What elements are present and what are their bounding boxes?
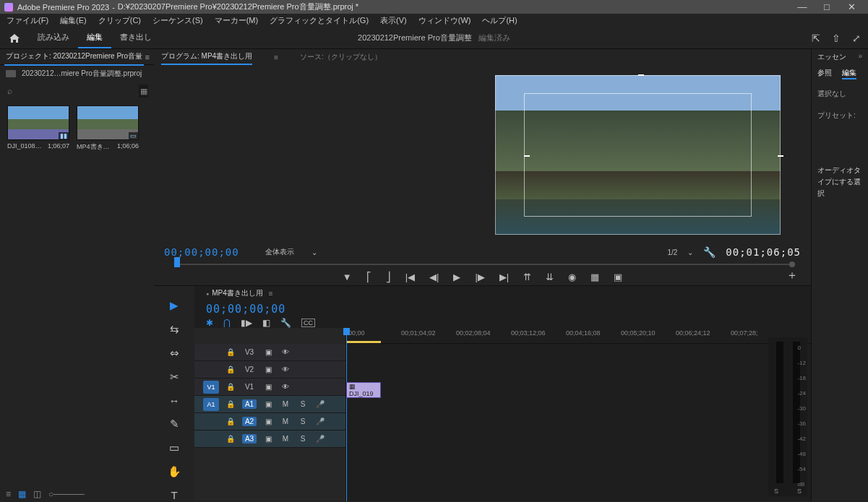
icon-view-icon[interactable]: ▦ <box>18 489 26 499</box>
slip-tool-icon[interactable]: ↔ <box>169 394 180 407</box>
sequence-settings-icon[interactable]: ◧ <box>262 318 270 328</box>
lock-icon[interactable]: 🔒 <box>225 365 236 373</box>
snap-icon[interactable]: ✱ <box>206 318 213 328</box>
captions-icon[interactable]: CC <box>301 319 315 327</box>
playback-resolution-select[interactable]: 1/2 <box>667 248 677 256</box>
menu-window[interactable]: ウィンドウ(W) <box>413 15 476 26</box>
list-view-icon[interactable]: ≡ <box>6 489 11 499</box>
menu-edit[interactable]: 編集(E) <box>55 15 92 26</box>
project-breadcrumb[interactable]: 20230212…miere Pro音量調整.prproj <box>22 69 142 79</box>
freeform-view-icon[interactable]: ◫ <box>33 489 41 499</box>
menu-sequence[interactable]: シーケンス(S) <box>147 15 208 26</box>
track-select-tool-icon[interactable]: ⇆ <box>170 323 179 336</box>
ripple-edit-tool-icon[interactable]: ⇔ <box>170 347 179 360</box>
fx-icon[interactable]: ▣ <box>262 365 274 373</box>
scrubber-end-marker[interactable] <box>789 261 795 267</box>
add-marker-icon[interactable]: ▼ <box>343 272 352 282</box>
chevron-down-icon[interactable]: ⌄ <box>311 248 317 256</box>
lock-icon[interactable]: 🔒 <box>225 417 236 425</box>
solo-right-button[interactable]: S <box>797 488 802 495</box>
timeline-timecode[interactable]: 00;00;00;00 <box>206 300 285 318</box>
fx-icon[interactable]: ▣ <box>262 348 274 356</box>
menu-graphics[interactable]: グラフィックとタイトル(G) <box>265 15 374 26</box>
mute-icon[interactable]: M <box>280 400 291 408</box>
pen-tool-icon[interactable]: ✎ <box>170 417 179 430</box>
go-to-out-icon[interactable]: ▶| <box>499 272 509 282</box>
menu-view[interactable]: 表示(V) <box>375 15 412 26</box>
mic-icon[interactable]: 🎤 <box>314 435 326 443</box>
zoom-level-select[interactable]: 全体表示 <box>265 247 294 257</box>
step-back-icon[interactable]: ◀| <box>429 272 439 282</box>
menu-clip[interactable]: クリップ(C) <box>93 15 146 26</box>
eye-icon[interactable]: 👁 <box>280 365 291 373</box>
zoom-slider[interactable]: ○───── <box>48 489 85 499</box>
workspace-export[interactable]: 書き出し <box>111 27 160 48</box>
selection-tool-icon[interactable]: ▶ <box>170 299 179 312</box>
program-monitor-tab[interactable]: プログラム: MP4書き出し用 <box>161 49 252 65</box>
share-icon[interactable]: ⇧ <box>832 33 841 44</box>
mark-in-icon[interactable]: ⎡ <box>366 272 371 282</box>
safe-margins-icon[interactable]: ▣ <box>614 272 622 282</box>
track-header-v1[interactable]: V1🔒V1▣👁 <box>194 378 345 396</box>
timeline-canvas[interactable]: 00;00 00;01;04;02 00;02;08;04 00;03;12;0… <box>346 328 811 501</box>
monitor-scrubber[interactable] <box>164 261 801 268</box>
source-monitor-tab[interactable]: ソース:（クリップなし） <box>300 52 382 62</box>
timeline-playhead[interactable] <box>346 328 347 501</box>
settings-wrench-icon[interactable]: 🔧 <box>703 246 716 258</box>
timeline-ruler[interactable]: 00;00 00;01;04;02 00;02;08;04 00;03;12;0… <box>346 328 811 344</box>
lock-icon[interactable]: 🔒 <box>225 400 236 408</box>
mic-icon[interactable]: 🎤 <box>314 417 326 425</box>
solo-icon[interactable]: S <box>297 417 309 425</box>
add-marker-icon[interactable]: ▮▶ <box>241 318 252 328</box>
panel-menu-icon[interactable]: ≡ <box>269 290 273 298</box>
eye-icon[interactable]: 👁 <box>280 383 291 391</box>
bin-item[interactable]: ▮▮ DJI_0108…1;06;07 <box>7 105 69 152</box>
timeline-sequence-tab[interactable]: MP4書き出し用 <box>206 288 263 298</box>
project-search-input[interactable] <box>17 86 139 97</box>
razor-tool-icon[interactable]: ✂ <box>170 371 179 384</box>
home-button[interactable] <box>0 33 29 43</box>
fx-icon[interactable]: ▣ <box>262 400 274 408</box>
frame-handle[interactable] <box>524 155 530 157</box>
scrubber-playhead[interactable] <box>174 257 180 267</box>
work-area-bar[interactable] <box>346 341 381 343</box>
play-icon[interactable]: ▶ <box>453 272 460 282</box>
program-monitor-preview[interactable] <box>495 75 781 235</box>
wrench-icon[interactable]: 🔧 <box>280 318 291 328</box>
step-forward-icon[interactable]: |▶ <box>475 272 484 282</box>
menu-help[interactable]: ヘルプ(H) <box>477 15 522 26</box>
hand-tool-icon[interactable]: ✋ <box>168 465 181 478</box>
button-editor-icon[interactable]: ＋ <box>786 268 798 283</box>
go-to-in-icon[interactable]: |◀ <box>405 272 415 282</box>
comparison-view-icon[interactable]: ▦ <box>590 272 599 282</box>
project-panel-tab[interactable]: プロジェクト: 20230212Premiere Pro音量 <box>4 48 144 66</box>
fx-icon[interactable]: ▣ <box>262 417 274 425</box>
chevron-down-icon[interactable]: ⌄ <box>687 248 693 256</box>
track-header-v2[interactable]: 🔒V2▣👁 <box>194 361 345 378</box>
source-patch-a1[interactable]: A1 <box>203 398 219 411</box>
eye-icon[interactable]: 👁 <box>280 348 291 356</box>
essential-panel-tab[interactable]: エッセン <box>817 53 846 61</box>
window-close[interactable]: ✕ <box>839 0 864 14</box>
type-tool-icon[interactable]: T <box>171 489 177 501</box>
lock-icon[interactable]: 🔒 <box>225 348 236 356</box>
solo-left-button[interactable]: S <box>774 488 778 495</box>
linked-selection-icon[interactable]: ⋂ <box>223 318 231 328</box>
menu-file[interactable]: ファイル(F) <box>1 15 53 26</box>
window-maximize[interactable]: □ <box>815 0 839 14</box>
mark-out-icon[interactable]: ⎦ <box>386 272 391 282</box>
lock-icon[interactable]: 🔒 <box>225 435 236 443</box>
quick-export-icon[interactable]: ⇱ <box>812 33 820 44</box>
menu-marker[interactable]: マーカー(M) <box>210 15 264 26</box>
fx-icon[interactable]: ▣ <box>262 383 274 391</box>
track-header-v3[interactable]: 🔒V3▣👁 <box>194 344 345 361</box>
extract-icon[interactable]: ⇊ <box>546 272 554 282</box>
project-new-bin-button[interactable]: ▦ <box>139 85 148 98</box>
panel-close-icon[interactable]: » <box>858 52 862 60</box>
bin-thumbnail[interactable]: ▮▮ <box>7 105 69 140</box>
window-minimize[interactable]: ― <box>790 0 815 14</box>
fullscreen-icon[interactable]: ⤢ <box>852 33 861 44</box>
frame-handle[interactable] <box>638 74 644 76</box>
mute-icon[interactable]: M <box>280 435 291 443</box>
fx-icon[interactable]: ▣ <box>262 435 274 443</box>
